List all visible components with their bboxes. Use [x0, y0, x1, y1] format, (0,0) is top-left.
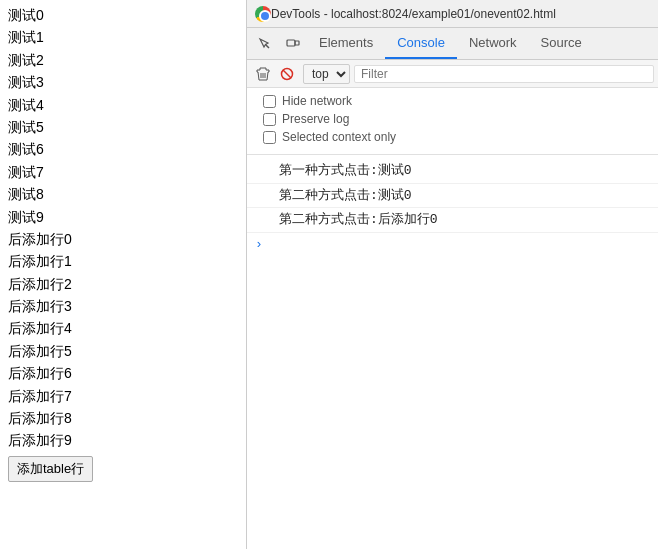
hide-network-row: Hide network: [263, 94, 642, 108]
list-item: 后添加行3: [8, 295, 240, 317]
list-item: 测试2: [8, 49, 240, 71]
list-item: 后添加行4: [8, 317, 240, 339]
preserve-log-checkbox[interactable]: [263, 113, 276, 126]
tab-source[interactable]: Source: [529, 28, 594, 59]
list-item: 测试0: [8, 4, 240, 26]
filter-input[interactable]: [354, 65, 654, 83]
block-requests-button[interactable]: [275, 62, 299, 86]
list-item: 后添加行8: [8, 407, 240, 429]
list-item: 测试3: [8, 71, 240, 93]
list-item: 后添加行6: [8, 362, 240, 384]
tab-elements[interactable]: Elements: [307, 28, 385, 59]
list-item: 测试1: [8, 26, 240, 48]
console-log-entry: 第一种方式点击:测试0: [247, 159, 658, 184]
console-logs-list: 第一种方式点击:测试0第二种方式点击:测试0第二种方式点击:后添加行0: [247, 159, 658, 233]
devtools-tabs-bar: Elements Console Network Source: [247, 28, 658, 60]
list-item: 后添加行2: [8, 273, 240, 295]
list-item: 测试4: [8, 94, 240, 116]
list-item: 测试8: [8, 183, 240, 205]
list-item: 测试7: [8, 161, 240, 183]
list-item: 后添加行1: [8, 250, 240, 272]
selected-context-checkbox[interactable]: [263, 131, 276, 144]
webpage-panel: 测试0测试1测试2测试3测试4测试5测试6测试7测试8测试9后添加行0后添加行1…: [0, 0, 248, 549]
selected-context-label: Selected context only: [282, 130, 396, 144]
add-table-button[interactable]: 添加table行: [8, 456, 93, 482]
tab-console[interactable]: Console: [385, 28, 457, 59]
context-selector[interactable]: top: [303, 64, 350, 84]
svg-rect-2: [295, 41, 299, 45]
list-item: 测试6: [8, 138, 240, 160]
inspect-icon-button[interactable]: [251, 28, 279, 59]
console-toolbar: top: [247, 60, 658, 88]
preserve-log-label: Preserve log: [282, 112, 349, 126]
svg-line-0: [266, 44, 270, 48]
hide-network-label: Hide network: [282, 94, 352, 108]
console-output: 第一种方式点击:测试0第二种方式点击:测试0第二种方式点击:后添加行0 ›: [247, 155, 658, 549]
list-item: 后添加行5: [8, 340, 240, 362]
prompt-arrow-icon: ›: [255, 237, 263, 252]
console-settings-panel: Hide network Preserve log Selected conte…: [247, 88, 658, 155]
clear-console-button[interactable]: [251, 62, 275, 86]
list-item: 测试5: [8, 116, 240, 138]
devtools-title: DevTools - localhost:8024/example01/onev…: [271, 7, 556, 21]
devtools-titlebar: DevTools - localhost:8024/example01/onev…: [247, 0, 658, 28]
list-item: 后添加行0: [8, 228, 240, 250]
svg-line-8: [283, 70, 291, 78]
chrome-icon: [255, 6, 271, 22]
hide-network-checkbox[interactable]: [263, 95, 276, 108]
list-item: 后添加行7: [8, 385, 240, 407]
preserve-log-row: Preserve log: [263, 112, 642, 126]
console-log-entry: 第二种方式点击:后添加行0: [247, 208, 658, 233]
console-prompt[interactable]: ›: [247, 233, 658, 256]
list-item: 后添加行9: [8, 429, 240, 451]
console-log-entry: 第二种方式点击:测试0: [247, 184, 658, 209]
selected-context-row: Selected context only: [263, 130, 642, 144]
devtools-panel: DevTools - localhost:8024/example01/onev…: [246, 0, 658, 549]
device-toolbar-icon-button[interactable]: [279, 28, 307, 59]
svg-rect-1: [287, 40, 295, 46]
list-item: 测试9: [8, 206, 240, 228]
page-items-list: 测试0测试1测试2测试3测试4测试5测试6测试7测试8测试9后添加行0后添加行1…: [8, 4, 240, 452]
tab-network[interactable]: Network: [457, 28, 529, 59]
